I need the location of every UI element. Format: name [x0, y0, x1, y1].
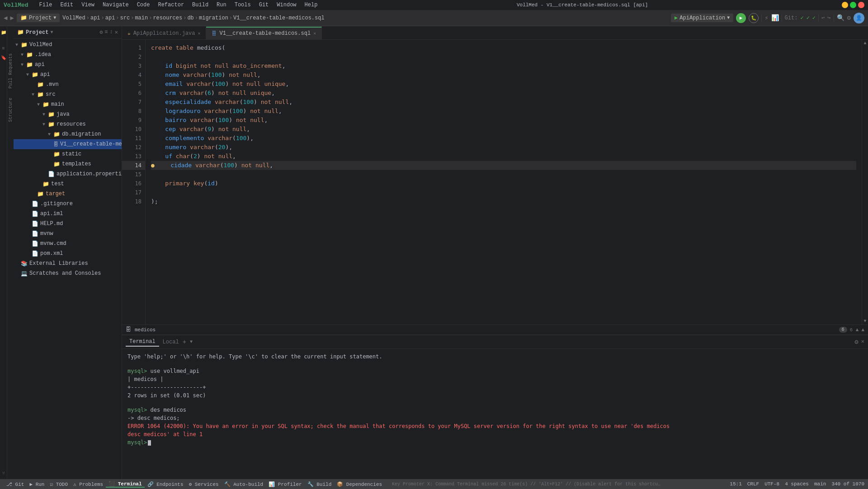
status-position[interactable]: 15:1: [730, 481, 741, 487]
tree-api-iml[interactable]: 📄 api.iml: [14, 209, 122, 219]
status-run-btn[interactable]: ▶ Run: [27, 481, 47, 487]
vcs-btn[interactable]: Git:: [785, 15, 798, 21]
tree-mvnw-cmd[interactable]: 📄 mvnw.cmd: [14, 239, 122, 249]
status-build-btn[interactable]: 🔧 Build: [305, 481, 335, 487]
project-panel-close[interactable]: ✕: [115, 29, 118, 36]
expand-btn[interactable]: ▲: [861, 327, 864, 333]
tree-target[interactable]: 📁 target: [14, 189, 122, 199]
status-branch[interactable]: main: [814, 481, 826, 487]
tree-mvnw[interactable]: 📄 mvnw: [14, 229, 122, 239]
tree-pom-xml[interactable]: 📄 pom.xml: [14, 249, 122, 259]
breadcrumb-db[interactable]: db: [187, 15, 193, 21]
menu-run[interactable]: Run: [213, 1, 230, 9]
profile-btn[interactable]: 📊: [771, 14, 779, 22]
tree-scratches[interactable]: 💻 Scratches and Consoles: [14, 268, 122, 278]
status-autobuild-btn[interactable]: 🔨 Auto-build: [222, 481, 266, 487]
run-button[interactable]: ▶: [736, 13, 746, 23]
status-indent[interactable]: 4 spaces: [785, 481, 809, 487]
breadcrumb-migration[interactable]: migration: [199, 15, 228, 21]
menu-refactor[interactable]: Refactor: [154, 1, 188, 9]
terminal-settings-btn[interactable]: ⚙: [854, 338, 858, 346]
status-deps-btn[interactable]: 📦 Dependencies: [334, 481, 385, 487]
project-panel-gear[interactable]: ⚙: [99, 29, 103, 36]
menu-navigate[interactable]: Navigate: [99, 1, 132, 9]
menu-build[interactable]: Build: [189, 1, 212, 9]
scroll-down-arrow[interactable]: ▼: [863, 319, 866, 324]
tree-java[interactable]: ▼ 📁 java: [14, 109, 122, 119]
coverage-btn[interactable]: ⚡: [764, 14, 768, 22]
terminal-output[interactable]: Type 'help;' or '\h' for help. Type '\c'…: [122, 349, 868, 479]
tree-idea[interactable]: ▼ 📁 .idea: [14, 50, 122, 60]
menu-git[interactable]: Git: [255, 1, 273, 9]
breadcrumb-api2[interactable]: api: [105, 15, 115, 21]
terminal-close-btn[interactable]: ✕: [861, 338, 864, 346]
search-everywhere-btn[interactable]: 🔍: [837, 14, 844, 22]
tab-sql-file[interactable]: 🗄 V1__create-table-medicos.sql ✕: [206, 27, 322, 39]
close-button[interactable]: [858, 2, 864, 8]
undo-btn[interactable]: ↩: [821, 14, 825, 21]
tree-app-props[interactable]: 📄 application.properties: [14, 169, 122, 179]
tab-local[interactable]: Local: [163, 339, 179, 345]
status-terminal-btn[interactable]: ⬛ Terminal: [106, 481, 144, 488]
tab-api-application[interactable]: ☕ ApiApplication.java ✕: [122, 27, 206, 39]
pull-requests-label[interactable]: Pull Requests: [8, 53, 13, 89]
tab-add[interactable]: +: [183, 339, 186, 346]
nav-forward-btn[interactable]: ▶: [10, 14, 14, 22]
breadcrumb-main[interactable]: main: [135, 15, 148, 21]
structure-label[interactable]: Structure: [8, 98, 13, 122]
minimize-button[interactable]: [842, 2, 848, 8]
project-panel-dropdown[interactable]: ▼: [50, 30, 53, 35]
status-endpoints-btn[interactable]: 🔗 Endpoints: [145, 481, 186, 487]
sidebar-bookmarks-icon[interactable]: 🔖: [0, 55, 7, 61]
breadcrumb-vollmed[interactable]: VollMed: [62, 15, 85, 21]
settings-btn[interactable]: ⚙: [847, 14, 851, 22]
tree-db-migration[interactable]: ▼ 📁 db.migration: [14, 129, 122, 139]
tab-terminal[interactable]: Terminal: [126, 338, 159, 347]
project-dropdown[interactable]: 📁 Project ▼: [17, 14, 60, 22]
menu-help[interactable]: Help: [301, 1, 321, 9]
debug-button[interactable]: 🐛: [749, 13, 759, 23]
user-avatar[interactable]: 👤: [854, 13, 864, 24]
menu-window[interactable]: Window: [273, 1, 300, 9]
tree-static[interactable]: 📁 static: [14, 149, 122, 159]
tab-dropdown-arrow[interactable]: ▼: [190, 339, 193, 344]
redo-btn[interactable]: ↪: [827, 14, 830, 21]
status-profiler-btn[interactable]: 📊 Profiler: [266, 481, 304, 487]
breadcrumb-resources[interactable]: resources: [153, 15, 182, 21]
code-editor[interactable]: create table medicos( id bigint not null…: [146, 40, 862, 324]
sidebar-project-icon[interactable]: 📁: [0, 30, 7, 36]
tree-templates[interactable]: 📁 templates: [14, 159, 122, 169]
project-panel-collapse[interactable]: ↕: [110, 29, 113, 36]
project-panel-layout[interactable]: ≡: [104, 29, 108, 36]
menu-code[interactable]: Code: [133, 1, 154, 9]
tree-src[interactable]: ▼ 📁 src: [14, 89, 122, 99]
tree-test[interactable]: 📁 test: [14, 179, 122, 189]
status-services-btn[interactable]: ⚙ Services: [186, 481, 222, 487]
status-git-icon[interactable]: ⎇ Git: [4, 481, 27, 487]
status-encoding[interactable]: UTF-8: [764, 481, 779, 487]
tree-help-md[interactable]: 📄 HELP.md: [14, 219, 122, 229]
breadcrumb-src[interactable]: src: [120, 15, 130, 21]
tree-main[interactable]: ▼ 📁 main: [14, 99, 122, 109]
scroll-up-arrow[interactable]: ▲: [863, 41, 866, 46]
menu-view[interactable]: View: [78, 1, 98, 9]
menu-edit[interactable]: Edit: [57, 1, 77, 9]
menu-tools[interactable]: Tools: [231, 1, 255, 9]
run-config-dropdown[interactable]: ▶ ApiApplication ▼: [671, 14, 733, 22]
status-crlf[interactable]: CRLF: [747, 481, 759, 487]
tree-sql-file[interactable]: 🗄 V1__create-table-medicos.sql: [14, 139, 122, 149]
tree-resources[interactable]: ▼ 📁 resources: [14, 119, 122, 129]
tab-sql-close[interactable]: ✕: [313, 31, 316, 36]
tree-gitignore[interactable]: 📄 .gitignore: [14, 199, 122, 209]
status-problems-btn[interactable]: ⚠ Problems: [71, 481, 106, 487]
breadcrumb-api1[interactable]: api: [90, 15, 100, 21]
status-todo-btn[interactable]: ☑ TODO: [47, 481, 71, 487]
tree-api-outer[interactable]: ▼ 📁 api: [14, 60, 122, 70]
nav-back-btn[interactable]: ◀: [4, 14, 7, 22]
sidebar-pullreq-icon[interactable]: ⑂: [0, 471, 7, 477]
tree-mvn[interactable]: 📁 .mvn: [14, 80, 122, 89]
tree-vollmed[interactable]: ▼ 📁 VollMed: [14, 40, 122, 50]
tree-api-inner[interactable]: ▼ 📁 api: [14, 70, 122, 80]
breadcrumb-file[interactable]: V1__create-table-medicos.sql: [233, 15, 325, 21]
sidebar-structure-icon[interactable]: ≡: [0, 46, 7, 52]
